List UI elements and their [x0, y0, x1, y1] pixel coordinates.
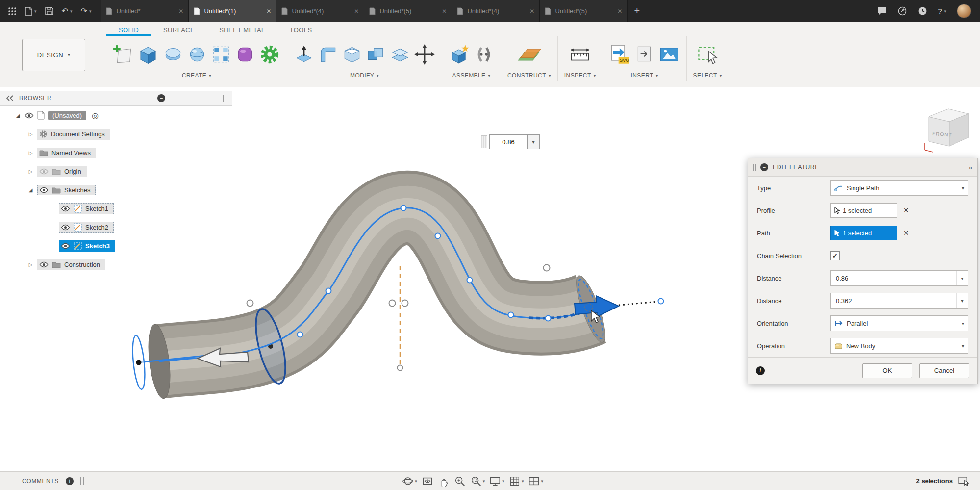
close-tab-icon[interactable]: ✕: [354, 8, 359, 15]
viewports-tool[interactable]: ▾: [528, 475, 543, 487]
caret-down-icon[interactable]: ▾: [956, 271, 968, 285]
close-tab-icon[interactable]: ✕: [178, 8, 183, 15]
close-tab-icon[interactable]: ✕: [442, 8, 447, 15]
comments-panel-grip[interactable]: [80, 477, 84, 485]
zoom-window-tool[interactable]: ▾: [470, 475, 485, 487]
visibility-eye-icon[interactable]: [39, 168, 49, 175]
profile-selection-field[interactable]: 1 selected: [830, 203, 897, 218]
operation-dropdown[interactable]: New Body ▾: [830, 338, 968, 354]
dialog-header[interactable]: − EDIT FEATURE »: [748, 158, 977, 177]
visibility-eye-icon[interactable]: [61, 206, 70, 212]
sketch-icon[interactable]: [113, 44, 133, 65]
drag-grip[interactable]: [481, 135, 487, 148]
dialog-drag-grip[interactable]: [753, 164, 756, 171]
ok-button[interactable]: OK: [862, 363, 912, 378]
document-tab[interactable]: Untitled*(5) ✕: [540, 0, 628, 22]
look-at-tool[interactable]: [422, 475, 433, 487]
help-icon[interactable]: ? ▾: [938, 7, 946, 15]
revolve-icon[interactable]: [163, 44, 183, 65]
close-tab-icon[interactable]: ✕: [617, 8, 622, 15]
collapse-all-button[interactable]: −: [157, 94, 165, 102]
selection-set-icon[interactable]: [958, 477, 969, 486]
distance1-input[interactable]: [835, 274, 956, 283]
viewport[interactable]: ▾ FRONT BROWSER − ◢: [0, 87, 980, 472]
browser-row-origin[interactable]: ▷ Origin: [0, 162, 232, 181]
browser-row-root[interactable]: ◢ (Unsaved) ◎: [0, 106, 232, 125]
tab-tools[interactable]: TOOLS: [277, 26, 325, 36]
visibility-eye-icon[interactable]: [61, 224, 70, 231]
add-comment-button[interactable]: +: [66, 477, 74, 485]
insert-svg-icon[interactable]: SVG: [609, 44, 631, 65]
visibility-eye-icon[interactable]: [39, 261, 49, 268]
distance-inline-input[interactable]: [489, 134, 528, 149]
assistant-icon[interactable]: [898, 6, 907, 16]
close-tab-icon[interactable]: ✕: [266, 8, 271, 15]
file-menu-icon[interactable]: ▾: [25, 7, 37, 16]
browser-row-sketch3-selected[interactable]: Sketch3: [0, 236, 232, 255]
document-tab-active[interactable]: Untitled*(1) ✕: [189, 0, 276, 22]
measure-icon[interactable]: [569, 44, 591, 65]
extrude-icon[interactable]: [137, 43, 159, 66]
comment-icon[interactable]: [878, 7, 887, 15]
undo-button[interactable]: ↶ ▾: [62, 6, 73, 16]
workspace-switcher[interactable]: DESIGN ▾: [22, 39, 85, 71]
orbit-tool[interactable]: ▾: [402, 475, 417, 487]
shell-icon[interactable]: [342, 44, 362, 65]
distance2-input[interactable]: [835, 297, 956, 305]
tree-collapsed-icon[interactable]: ▷: [27, 169, 34, 174]
close-tab-icon[interactable]: ✕: [529, 8, 534, 15]
caret-down-icon[interactable]: ▾: [956, 293, 968, 308]
info-icon[interactable]: i: [756, 366, 765, 375]
press-pull-icon[interactable]: [294, 44, 314, 65]
construction-plane-icon[interactable]: [516, 44, 542, 65]
activate-component-radio[interactable]: ◎: [92, 111, 99, 120]
canvas-icon[interactable]: [658, 44, 680, 65]
visibility-eye-icon[interactable]: [61, 243, 70, 249]
browser-row-sketch1[interactable]: Sketch1: [0, 199, 232, 218]
document-tab[interactable]: Untitled*(5) ✕: [364, 0, 452, 22]
fillet-icon[interactable]: [318, 44, 338, 65]
type-dropdown[interactable]: Single Path ▾: [830, 180, 968, 196]
visibility-eye-icon[interactable]: [39, 187, 49, 193]
redo-button[interactable]: ↷ ▾: [80, 6, 91, 16]
tab-surface[interactable]: SURFACE: [151, 26, 207, 36]
view-cube[interactable]: FRONT: [921, 102, 975, 153]
pattern-icon[interactable]: [211, 44, 231, 65]
panel-resize-grip[interactable]: [223, 95, 226, 102]
clear-profile-selection-icon[interactable]: ✕: [903, 206, 909, 215]
job-status-clock-icon[interactable]: [918, 6, 927, 16]
save-icon[interactable]: [45, 7, 53, 15]
document-tab[interactable]: Untitled*(4) ✕: [452, 0, 540, 22]
document-tab[interactable]: Untitled*(4) ✕: [276, 0, 364, 22]
browser-row-sketches[interactable]: ◢ Sketches: [0, 181, 232, 199]
group-label-modify[interactable]: MODIFY ▾: [350, 72, 379, 81]
tab-sheet-metal[interactable]: SHEET METAL: [207, 26, 277, 36]
group-label-select[interactable]: SELECT ▾: [693, 72, 722, 81]
document-tab[interactable]: Untitled* ✕: [101, 0, 189, 22]
joint-icon[interactable]: [474, 44, 494, 65]
group-label-inspect[interactable]: INSPECT ▾: [564, 72, 596, 81]
dimension-dropdown-button[interactable]: ▾: [528, 134, 540, 149]
tree-expand-icon[interactable]: ◢: [27, 187, 34, 193]
cancel-button[interactable]: Cancel: [919, 363, 969, 378]
browser-row-construction[interactable]: ▷ Construction: [0, 255, 232, 274]
insert-derive-icon[interactable]: [634, 44, 655, 65]
new-tab-button[interactable]: +: [628, 0, 646, 22]
group-label-construct[interactable]: CONSTRUCT ▾: [507, 72, 551, 81]
group-label-assemble[interactable]: ASSEMBLE ▾: [452, 72, 491, 81]
orientation-dropdown[interactable]: Parallel ▾: [830, 315, 968, 331]
pan-tool[interactable]: [438, 475, 450, 487]
browser-row-named-views[interactable]: ▷ Named Views: [0, 143, 232, 162]
chain-selection-checkbox[interactable]: ✓: [830, 251, 840, 260]
browser-row-document-settings[interactable]: ▷ Document Settings: [0, 125, 232, 143]
app-grid-icon[interactable]: [8, 7, 17, 16]
browser-row-sketch2[interactable]: Sketch2: [0, 218, 232, 236]
tab-solid[interactable]: SOLID: [106, 26, 151, 36]
user-avatar[interactable]: [957, 4, 971, 18]
gear-icon[interactable]: [259, 44, 280, 65]
clear-path-selection-icon[interactable]: ✕: [903, 229, 909, 237]
tree-expand-icon[interactable]: ◢: [15, 113, 21, 118]
dialog-collapse-button[interactable]: −: [760, 163, 768, 171]
combine-icon[interactable]: [366, 44, 386, 65]
offset-face-icon[interactable]: [390, 44, 410, 65]
